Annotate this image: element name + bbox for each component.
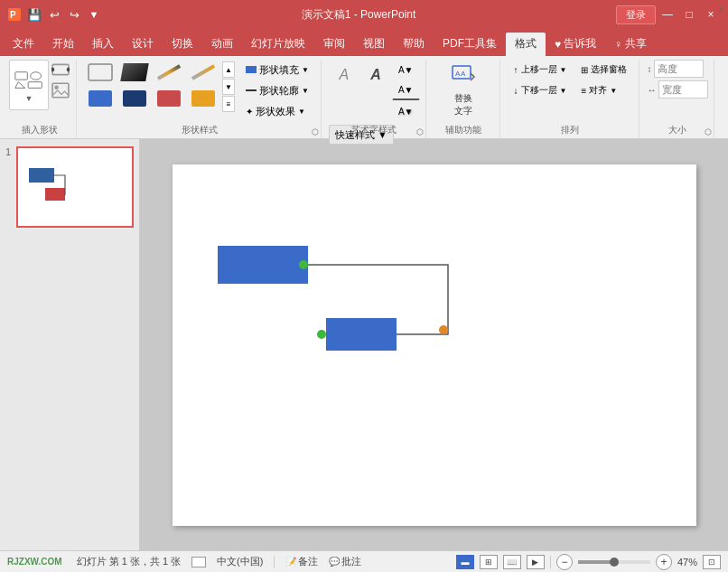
slide-info: 幻灯片 第 1 张，共 1 张 <box>77 555 182 568</box>
shapes-gallery-btn[interactable]: ▼ <box>9 60 49 110</box>
slide-canvas[interactable] <box>173 164 696 526</box>
group-arrange-label: 排列 <box>561 124 579 136</box>
ribbon-collapse-btn[interactable]: ∧ <box>714 2 728 16</box>
gallery-expand[interactable]: ≡ <box>222 96 235 112</box>
language: 中文(中国) <box>217 555 263 568</box>
undo-icon[interactable]: ↩ <box>47 7 61 22</box>
ribbon: ▼ <box>0 56 728 139</box>
zoom-out-btn[interactable]: − <box>556 554 573 570</box>
login-button[interactable]: 登录 <box>616 5 656 24</box>
comments-btn[interactable]: 💬 批注 <box>329 555 361 568</box>
shape-options: 形状填充 ▼ 形状轮廓 ▼ ✦ 形状效果 ▼ <box>239 60 315 121</box>
gallery-scroll-up[interactable]: ▲ <box>222 61 235 78</box>
window-title: 演示文稿1 - PowerPoint <box>101 7 616 23</box>
image-btn[interactable] <box>51 80 70 100</box>
shape-outline-btn[interactable]: 形状轮廓 ▼ <box>239 80 315 100</box>
selection-pane-btn[interactable]: ⊞选择窗格 <box>574 60 633 80</box>
svg-rect-6 <box>52 64 69 74</box>
title-bar-left: P 💾 ↩ ↪ ▼ <box>7 7 101 22</box>
shape-styles-expand-icon[interactable]: ⬡ <box>312 127 319 136</box>
save-icon[interactable]: 💾 <box>27 7 42 22</box>
tab-help[interactable]: 帮助 <box>394 33 434 56</box>
art-text-effect-btn[interactable]: A▼ <box>392 101 420 121</box>
gallery-scroll-down[interactable]: ▼ <box>222 79 235 95</box>
replace-text-btn[interactable]: A A 替换文字 <box>444 60 482 121</box>
tab-format[interactable]: 格式 <box>506 33 546 56</box>
connector-midpoint-dot[interactable] <box>439 325 448 334</box>
slideshow-btn[interactable]: ▶ <box>527 555 545 569</box>
group-shape-styles: ▲ ▼ ≡ 形状填充 ▼ 形状轮廓 ▼ ✦ 形状效果 <box>79 60 322 138</box>
reading-view-btn[interactable]: 📖 <box>503 555 521 569</box>
edit-points-btn[interactable] <box>51 60 70 80</box>
connection-dot-right[interactable] <box>299 260 308 269</box>
zoom-slider[interactable] <box>578 560 650 564</box>
tab-pdf[interactable]: PDF工具集 <box>434 33 506 56</box>
shape-rect-1[interactable] <box>218 246 308 284</box>
svg-point-3 <box>31 71 42 79</box>
slide-panel: 1 <box>0 139 140 550</box>
slide-thumbnail[interactable] <box>16 146 134 228</box>
move-up-btn[interactable]: ↑上移一层▼ <box>508 60 574 80</box>
gallery-scroll: ▲ ▼ ≡ <box>222 61 235 112</box>
connection-dot-left[interactable] <box>317 330 326 339</box>
maximize-button[interactable]: □ <box>679 5 699 24</box>
width-input[interactable] <box>658 80 708 98</box>
style-item-7[interactable] <box>153 86 185 111</box>
svg-rect-9 <box>52 83 69 98</box>
slide-icon[interactable] <box>191 557 206 567</box>
style-item-4[interactable] <box>187 60 219 85</box>
tab-view[interactable]: 视图 <box>354 33 394 56</box>
svg-text:A: A <box>461 70 466 78</box>
style-item-2[interactable] <box>118 60 151 85</box>
slide-sorter-btn[interactable]: ⊞ <box>480 555 498 569</box>
height-input[interactable] <box>654 60 704 78</box>
zoom-in-btn[interactable]: + <box>656 554 672 570</box>
shape-rect-2[interactable] <box>326 318 397 351</box>
tab-design[interactable]: 设计 <box>123 33 163 56</box>
group-insert-shapes: ▼ <box>4 60 77 138</box>
status-bar-right: ▬ ⊞ 📖 ▶ − + 47% ⊡ <box>456 554 721 570</box>
notes-btn[interactable]: 📝 备注 <box>285 555 318 568</box>
tab-animations[interactable]: 动画 <box>202 33 242 56</box>
tab-home[interactable]: 开始 <box>43 33 83 56</box>
group-shape-styles-label: 形状样式 <box>182 124 218 136</box>
group-aux-label: 辅助功能 <box>445 124 481 136</box>
move-down-btn[interactable]: ↓下移一层▼ <box>508 80 574 100</box>
tab-insert[interactable]: 插入 <box>83 33 123 56</box>
style-item-5[interactable] <box>84 86 117 111</box>
title-bar-right: 登录 — □ × <box>616 5 721 24</box>
group-size: ↕ ↔ 大小 ⬡ <box>641 60 714 138</box>
shape-fill-btn[interactable]: 形状填充 ▼ <box>239 60 315 80</box>
divider-1 <box>274 556 275 568</box>
art-style-2[interactable]: A <box>360 60 391 90</box>
tab-file[interactable]: 文件 <box>4 33 43 56</box>
canvas-area[interactable] <box>140 139 728 550</box>
art-text-outline-btn[interactable]: A▼ <box>392 80 420 100</box>
tab-slideshow[interactable]: 幻灯片放映 <box>242 33 314 56</box>
tab-transitions[interactable]: 切换 <box>163 33 202 56</box>
zoom-handle[interactable] <box>610 558 619 567</box>
art-text-fill-btn[interactable]: A▼ <box>392 60 420 80</box>
main-area: 1 <box>0 139 728 550</box>
align-btn[interactable]: ≡对齐▼ <box>574 80 633 100</box>
slide-item-1[interactable]: 1 <box>4 146 135 228</box>
shape-effect-btn[interactable]: ✦ 形状效果 ▼ <box>239 101 315 121</box>
style-item-1[interactable] <box>84 60 117 85</box>
styles-gallery <box>84 60 219 111</box>
customize-icon[interactable]: ▼ <box>87 7 101 22</box>
powerpoint-icon: P <box>7 7 22 22</box>
fit-to-window-btn[interactable]: ⊡ <box>703 555 721 569</box>
style-item-3[interactable] <box>153 60 185 85</box>
size-expand-icon[interactable]: ⬡ <box>705 127 712 136</box>
tab-tell-me[interactable]: ♥告诉我 <box>546 33 605 56</box>
style-item-8[interactable] <box>187 86 219 111</box>
minimize-button[interactable]: — <box>658 5 677 24</box>
redo-icon[interactable]: ↪ <box>67 7 81 22</box>
art-text-expand-icon[interactable]: ⬡ <box>416 127 424 136</box>
normal-view-btn[interactable]: ▬ <box>456 555 474 569</box>
tab-share[interactable]: ♀共享 <box>605 33 656 56</box>
group-aux: A A 替换文字 辅助功能 <box>428 60 500 138</box>
tab-review[interactable]: 审阅 <box>314 33 354 56</box>
art-style-1[interactable]: A <box>329 60 359 90</box>
style-item-6[interactable] <box>118 86 151 111</box>
